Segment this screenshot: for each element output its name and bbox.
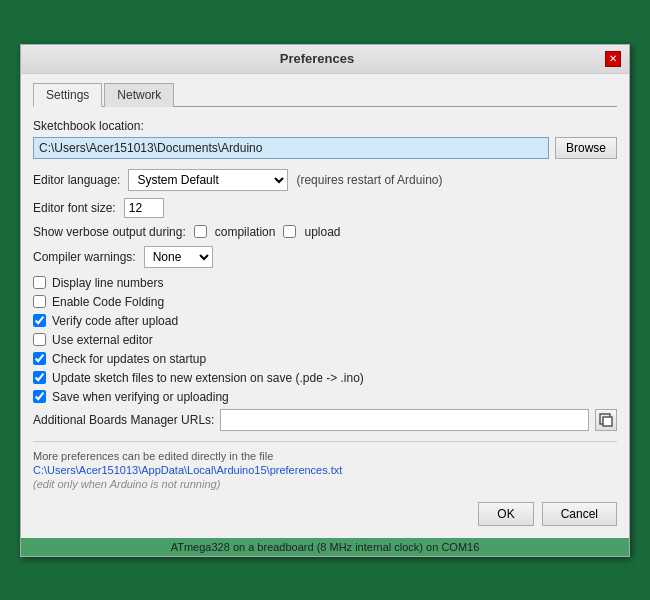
sketchbook-row: Browse — [33, 137, 617, 159]
checkbox-row-cb5: Check for updates on startup — [33, 352, 617, 366]
checkbox-row-cb1: Display line numbers — [33, 276, 617, 290]
checkbox-label-cb7: Save when verifying or uploading — [52, 390, 229, 404]
checkbox-cb5[interactable] — [33, 352, 46, 365]
dialog-buttons: OK Cancel — [33, 502, 617, 526]
close-button[interactable]: ✕ — [605, 51, 621, 67]
info-path: C:\Users\Acer151013\AppData\Local\Arduin… — [33, 464, 617, 476]
browse-button[interactable]: Browse — [555, 137, 617, 159]
compiler-warnings-label: Compiler warnings: — [33, 250, 136, 264]
checkbox-cb7[interactable] — [33, 390, 46, 403]
tab-network[interactable]: Network — [104, 83, 174, 107]
editor-language-note: (requires restart of Arduino) — [296, 173, 442, 187]
main-content: Settings Network Sketchbook location: Br… — [21, 74, 629, 538]
urls-row: Additional Boards Manager URLs: — [33, 409, 617, 431]
checkboxes-container: Display line numbersEnable Code FoldingV… — [33, 276, 617, 404]
urls-label: Additional Boards Manager URLs: — [33, 413, 214, 427]
urls-input[interactable] — [220, 409, 589, 431]
info-line1: More preferences can be edited directly … — [33, 450, 617, 462]
verbose-output-row: Show verbose output during: compilation … — [33, 225, 617, 239]
info-line2: (edit only when Arduino is not running) — [33, 478, 617, 490]
verbose-output-label: Show verbose output during: — [33, 225, 186, 239]
checkbox-cb1[interactable] — [33, 276, 46, 289]
checkbox-label-cb1: Display line numbers — [52, 276, 163, 290]
preferences-dialog: Preferences ✕ Settings Network Sketchboo… — [20, 44, 630, 557]
title-bar-text: Preferences — [29, 51, 605, 66]
compilation-checkbox[interactable] — [194, 225, 207, 238]
editor-font-size-row: Editor font size: — [33, 198, 617, 218]
editor-language-select[interactable]: System Default — [128, 169, 288, 191]
checkbox-row-cb2: Enable Code Folding — [33, 295, 617, 309]
compiler-warnings-select[interactable]: None Default More All — [144, 246, 213, 268]
checkbox-label-cb2: Enable Code Folding — [52, 295, 164, 309]
upload-checkbox[interactable] — [283, 225, 296, 238]
checkbox-row-cb6: Update sketch files to new extension on … — [33, 371, 617, 385]
checkbox-row-cb7: Save when verifying or uploading — [33, 390, 617, 404]
checkbox-label-cb4: Use external editor — [52, 333, 153, 347]
checkbox-cb6[interactable] — [33, 371, 46, 384]
checkbox-cb2[interactable] — [33, 295, 46, 308]
checkbox-cb3[interactable] — [33, 314, 46, 327]
title-bar: Preferences ✕ — [21, 45, 629, 74]
editor-language-label: Editor language: — [33, 173, 120, 187]
checkbox-row-cb3: Verify code after upload — [33, 314, 617, 328]
compilation-label: compilation — [215, 225, 276, 239]
tab-bar: Settings Network — [33, 82, 617, 107]
divider — [33, 441, 617, 442]
compiler-warnings-row: Compiler warnings: None Default More All — [33, 246, 617, 268]
ok-button[interactable]: OK — [478, 502, 533, 526]
sketchbook-input[interactable] — [33, 137, 549, 159]
tab-settings[interactable]: Settings — [33, 83, 102, 107]
status-text: ATmega328 on a breadboard (8 MHz interna… — [171, 541, 480, 553]
editor-language-row: Editor language: System Default (require… — [33, 169, 617, 191]
window-controls: ✕ — [605, 51, 621, 67]
editor-font-size-label: Editor font size: — [33, 201, 116, 215]
svg-rect-1 — [603, 417, 612, 426]
checkbox-cb4[interactable] — [33, 333, 46, 346]
open-url-icon — [599, 413, 613, 427]
editor-font-size-input[interactable] — [124, 198, 164, 218]
sketchbook-label: Sketchbook location: — [33, 119, 617, 133]
cancel-button[interactable]: Cancel — [542, 502, 617, 526]
status-bar: ATmega328 on a breadboard (8 MHz interna… — [21, 538, 629, 556]
urls-icon-button[interactable] — [595, 409, 617, 431]
checkbox-label-cb6: Update sketch files to new extension on … — [52, 371, 364, 385]
checkbox-label-cb3: Verify code after upload — [52, 314, 178, 328]
checkbox-row-cb4: Use external editor — [33, 333, 617, 347]
upload-label: upload — [304, 225, 340, 239]
checkbox-label-cb5: Check for updates on startup — [52, 352, 206, 366]
info-section: More preferences can be edited directly … — [33, 450, 617, 490]
